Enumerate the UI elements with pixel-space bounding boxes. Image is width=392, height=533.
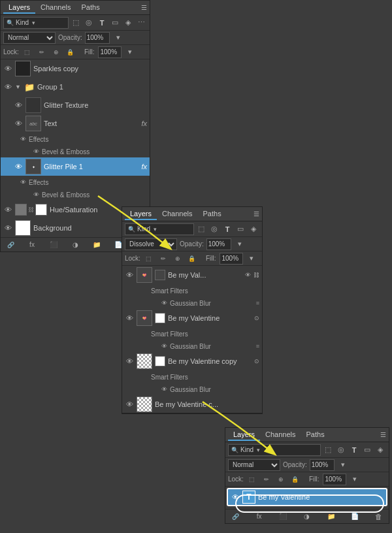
group-icon[interactable]: 📁 — [91, 239, 103, 251]
eye-effects-text[interactable]: 👁 — [20, 136, 26, 142]
panel2-menu-icon[interactable]: ☰ — [253, 210, 259, 218]
visibility-beval-1[interactable]: 👁 — [125, 270, 134, 280]
visibility-text[interactable]: 👁 — [14, 119, 23, 128]
eye-bevel-pile[interactable]: 👁 — [33, 191, 39, 198]
blend-mode-select-3[interactable]: Normal — [228, 459, 280, 471]
visibility-hue[interactable]: 👁 — [3, 205, 12, 214]
tab-layers-1[interactable]: Layers — [3, 2, 35, 14]
opacity-value-2[interactable]: 100% — [206, 238, 231, 250]
lock-move-icon[interactable]: ⊕ — [50, 46, 62, 58]
lock-all-icon[interactable]: 🔒 — [65, 46, 76, 58]
pixel-icon-2[interactable]: ⬚ — [195, 223, 207, 235]
layer-text[interactable]: 👁 abc Text fx — [1, 114, 150, 133]
adjust-icon[interactable]: ◎ — [83, 17, 95, 29]
pixel-icon[interactable]: ⬚ — [70, 17, 82, 29]
group-arrow-1[interactable]: ▼ — [15, 84, 22, 90]
panel1-more-icon[interactable]: ⋯ — [135, 17, 147, 29]
kind-search-box-2[interactable]: 🔍 Kind ▾ — [125, 223, 194, 235]
lock-draw-2[interactable]: ✏ — [157, 253, 169, 265]
visibility-beval-4[interactable]: 👁 — [125, 400, 134, 409]
tab-paths-2[interactable]: Paths — [198, 208, 227, 220]
fill-value-1[interactable]: 100% — [98, 46, 122, 58]
type-icon-2[interactable]: T — [221, 223, 233, 235]
fill-arrow-3[interactable]: ▾ — [349, 474, 361, 485]
smart-icon[interactable]: ◈ — [122, 17, 134, 29]
tab-paths-1[interactable]: Paths — [76, 2, 105, 14]
lock-move-2[interactable]: ⊕ — [172, 253, 184, 265]
fill-arrow-2[interactable]: ▾ — [246, 253, 257, 265]
visibility-bev-selected[interactable]: 👁 — [231, 493, 240, 502]
delete-icon-3[interactable]: 🗑 — [373, 511, 385, 523]
eye-bevel-text[interactable]: 👁 — [33, 148, 39, 155]
smart-icon-2[interactable]: ◈ — [248, 223, 259, 235]
type-icon[interactable]: T — [96, 17, 108, 29]
layer-beval-2[interactable]: 👁 💝 Be my Valentine ⊙ — [122, 309, 262, 327]
fill-value-3[interactable]: 100% — [323, 474, 346, 485]
panel1-menu-icon[interactable]: ☰ — [141, 4, 147, 11]
eye-effects-pile[interactable]: 👁 — [20, 179, 26, 186]
lock-all-3[interactable]: 🔒 — [289, 474, 301, 485]
adjust-icon-2[interactable]: ◎ — [208, 223, 220, 235]
opacity-value-3[interactable]: 100% — [310, 459, 335, 471]
tab-channels-2[interactable]: Channels — [157, 208, 197, 220]
style-icon-3[interactable]: fx — [253, 511, 265, 523]
opacity-arrow-1[interactable]: ▾ — [112, 32, 124, 44]
tab-paths-3[interactable]: Paths — [301, 429, 330, 441]
layer-glitter-texture[interactable]: 👁 Glitter Texture — [1, 96, 150, 114]
shape-icon-3[interactable]: ▭ — [361, 444, 373, 456]
kind-search-box-3[interactable]: 🔍 Kind ▾ — [228, 444, 321, 456]
visibility-group1[interactable]: 👁 — [3, 82, 12, 91]
lock-draw-3[interactable]: ✏ — [261, 474, 272, 485]
kind-search-box[interactable]: 🔍 Kind ▾ — [3, 17, 69, 29]
layer-sparkles-copy[interactable]: 👁 Sparkles copy — [1, 59, 150, 78]
lock-draw-icon[interactable]: ✏ — [36, 46, 48, 58]
group-icon-3[interactable]: 📁 — [325, 511, 337, 523]
blend-mode-select-2[interactable]: Dissolve — [125, 238, 177, 250]
adjustment-icon-3[interactable]: ◑ — [301, 511, 313, 523]
kind-dropdown-3[interactable]: ▾ — [257, 447, 260, 453]
layer-beval-4[interactable]: 👁 Be my Valentine c... — [122, 395, 262, 413]
visibility-beval-3[interactable]: 👁 — [125, 357, 134, 366]
type-icon-3[interactable]: T — [348, 444, 360, 456]
tab-layers-3[interactable]: Layers — [228, 429, 260, 441]
shape-icon-2[interactable]: ▭ — [235, 223, 246, 235]
new-layer-icon-3[interactable]: 📄 — [349, 511, 361, 523]
opacity-arrow-3[interactable]: ▾ — [337, 459, 349, 471]
eye-gauss-3[interactable]: 👁 — [161, 386, 167, 393]
eye-gauss-2[interactable]: 👁 — [161, 343, 167, 349]
layer-glitter-pile[interactable]: 👁 ✦ Glitter Pile 1 fx — [1, 157, 150, 176]
layer-bev-selected[interactable]: 👁 T Be my Valentine — [227, 488, 387, 506]
layer-beval-1[interactable]: 👁 💝 Be my Val... 👁 ⛓ — [122, 266, 262, 284]
kind-dropdown-2[interactable]: ▾ — [154, 226, 157, 233]
opacity-arrow-2[interactable]: ▾ — [234, 238, 246, 250]
link-icon-3[interactable]: 🔗 — [229, 511, 241, 523]
lock-pixel-2[interactable]: ⬚ — [143, 253, 155, 265]
panel3-menu-icon[interactable]: ☰ — [380, 431, 386, 438]
tab-channels-1[interactable]: Channels — [35, 2, 76, 14]
link-icon[interactable]: 🔗 — [5, 239, 16, 251]
lock-pixel-3[interactable]: ⬚ — [246, 474, 258, 485]
lock-all-2[interactable]: 🔒 — [186, 253, 198, 265]
tab-channels-3[interactable]: Channels — [260, 429, 301, 441]
visibility-glitter-pile[interactable]: 👁 — [14, 162, 23, 171]
mask-icon-3[interactable]: ⬛ — [277, 511, 289, 523]
pixel-icon-3[interactable]: ⬚ — [322, 444, 334, 456]
style-icon[interactable]: fx — [26, 239, 38, 251]
visibility-sparkles[interactable]: 👁 — [3, 64, 12, 73]
fill-arrow-1[interactable]: ▾ — [124, 46, 136, 58]
visibility-glitter[interactable]: 👁 — [14, 101, 23, 110]
shape-icon[interactable]: ▭ — [109, 17, 121, 29]
fill-value-2[interactable]: 100% — [220, 253, 243, 265]
visibility-beval-2[interactable]: 👁 — [125, 314, 134, 323]
mask-icon[interactable]: ⬛ — [48, 239, 59, 251]
layer-group1[interactable]: 👁 ▼ 📁 Group 1 — [1, 78, 150, 96]
smart-icon-3[interactable]: ◈ — [374, 444, 386, 456]
lock-pixel-icon[interactable]: ⬚ — [22, 46, 33, 58]
eye-gauss-1[interactable]: 👁 — [161, 300, 167, 306]
kind-dropdown-arrow[interactable]: ▾ — [32, 20, 35, 26]
blend-mode-select-1[interactable]: Normal — [3, 32, 56, 44]
visibility-bg[interactable]: 👁 — [3, 223, 12, 233]
adjustment-icon[interactable]: ◑ — [69, 239, 81, 251]
layer-beval-3[interactable]: 👁 Be my Valentine copy ⊙ — [122, 352, 262, 370]
tab-layers-2[interactable]: Layers — [125, 208, 157, 220]
